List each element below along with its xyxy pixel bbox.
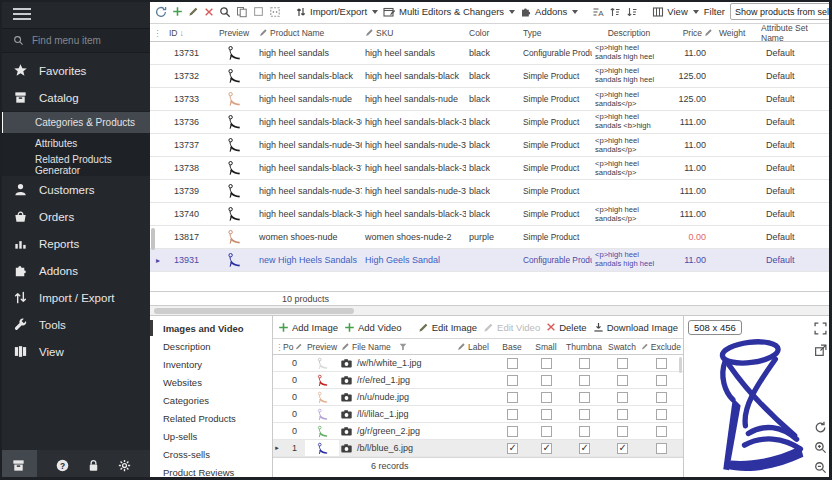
image-row[interactable]: 0/r/e/red_1.jpg — [273, 372, 683, 389]
checkbox[interactable] — [541, 409, 552, 420]
column-header-sku[interactable]: SKU — [362, 24, 466, 41]
add-product-button[interactable] — [172, 6, 183, 17]
column-header-price[interactable]: Price — [666, 24, 716, 41]
image-row[interactable]: 0/g/r/green_2.jpg — [273, 423, 683, 440]
sidebar-item-categories-products[interactable]: Categories & Products — [0, 112, 150, 133]
checkbox[interactable] — [507, 443, 518, 454]
tab-inventory[interactable]: Inventory — [150, 355, 272, 373]
sidebar-item-attributes[interactable]: Attributes — [0, 133, 150, 154]
edit-image-button[interactable]: Edit Image — [418, 322, 477, 333]
gear-icon[interactable] — [117, 458, 132, 473]
column-header-attribute-set[interactable]: Attribute Set Name — [758, 24, 832, 41]
sort-ascending-button[interactable] — [609, 6, 621, 18]
help-icon[interactable]: ? — [55, 458, 70, 473]
checkbox[interactable] — [656, 375, 667, 386]
tab-related-products[interactable]: Related Products — [150, 409, 272, 427]
tab-description[interactable]: Description — [150, 337, 272, 355]
checkbox[interactable] — [507, 392, 518, 403]
table-row[interactable]: 13738high heel sandals-black-37high heel… — [150, 157, 832, 180]
lock-icon[interactable] — [86, 458, 101, 473]
checkbox[interactable] — [579, 392, 590, 403]
checkbox[interactable] — [656, 392, 667, 403]
table-row[interactable]: 13739high heel sandals-nude-37high heel … — [150, 180, 832, 203]
sidebar-item-tools[interactable]: Tools — [0, 311, 150, 338]
checkbox[interactable] — [507, 375, 518, 386]
table-row[interactable]: ▸13931new High Heels SandalsHigh Geels S… — [150, 249, 832, 272]
column-header-exclude[interactable]: Exclude — [639, 342, 683, 352]
tab-categories[interactable]: Categories — [150, 391, 272, 409]
sidebar-item-import-export[interactable]: Import / Export — [0, 284, 150, 311]
checkbox[interactable] — [579, 426, 590, 437]
sidebar-item-catalog[interactable]: Catalog — [0, 84, 150, 111]
image-row[interactable]: 0/w/h/white_1.jpg — [273, 355, 683, 372]
checkbox[interactable] — [656, 443, 667, 454]
tab-images-and-video[interactable]: Images and Video — [150, 319, 272, 337]
sidebar-item-view[interactable]: View — [0, 338, 150, 365]
edit-product-button[interactable] — [188, 6, 199, 17]
sidebar-item-customers[interactable]: Customers — [0, 176, 150, 203]
refresh-button[interactable] — [155, 6, 167, 18]
checkbox[interactable] — [656, 426, 667, 437]
checkbox[interactable] — [617, 358, 628, 369]
addons-menu[interactable]: Addons — [520, 6, 578, 18]
paste-special-button[interactable] — [269, 6, 281, 18]
images-scrollbar-thumb[interactable] — [679, 357, 682, 373]
delete-button[interactable]: Delete — [546, 322, 586, 333]
sidebar-item-reports[interactable]: Reports — [0, 230, 150, 257]
column-header-product-name[interactable]: Product Name — [256, 24, 362, 41]
column-header-preview[interactable]: Preview — [305, 342, 339, 352]
tab-product-reviews[interactable]: Product Reviews — [150, 463, 272, 480]
select-button[interactable] — [253, 6, 264, 17]
copy-button[interactable] — [236, 6, 248, 18]
sidebar-search[interactable] — [0, 28, 150, 53]
checkbox[interactable] — [507, 409, 518, 420]
sort-descending-button[interactable] — [626, 6, 638, 18]
checkbox[interactable] — [507, 426, 518, 437]
zoom-out-icon[interactable] — [814, 461, 827, 474]
column-header-type[interactable]: Type — [520, 24, 592, 41]
vertical-scrollbar-thumb[interactable] — [151, 228, 155, 250]
table-row[interactable]: 13740high heel sandals-black-38high heel… — [150, 203, 832, 226]
checkbox[interactable] — [579, 358, 590, 369]
column-header-small[interactable]: Small — [529, 342, 563, 352]
download-image-button[interactable]: Download Image — [593, 322, 678, 333]
add-image-button[interactable]: Add Image — [278, 322, 338, 333]
checkbox[interactable] — [507, 358, 518, 369]
image-row[interactable]: 0/n/u/nude.jpg — [273, 389, 683, 406]
checkbox[interactable] — [541, 358, 552, 369]
column-header-description[interactable]: Description — [592, 24, 666, 41]
checkbox[interactable] — [617, 443, 628, 454]
checkbox[interactable] — [617, 426, 628, 437]
column-header-id[interactable]: ID↓ — [166, 24, 212, 41]
active-module-tile[interactable] — [0, 450, 37, 480]
checkbox[interactable] — [579, 443, 590, 454]
add-video-button[interactable]: Add Video — [344, 322, 402, 333]
checkbox[interactable] — [541, 392, 552, 403]
column-header-label[interactable]: Label — [455, 342, 495, 352]
checkbox[interactable] — [656, 358, 667, 369]
checkbox[interactable] — [656, 409, 667, 420]
search-button[interactable] — [219, 6, 231, 18]
sidebar-item-addons[interactable]: Addons — [0, 257, 150, 284]
tab-cross-sells[interactable]: Cross-sells — [150, 445, 272, 463]
sidebar-item-orders[interactable]: Orders — [0, 203, 150, 230]
column-header-position[interactable]: Po — [281, 342, 305, 352]
table-row[interactable]: 13732high heel sandals-blackhigh heel sa… — [150, 65, 832, 88]
tab-up-sells[interactable]: Up-sells — [150, 427, 272, 445]
import-export-menu[interactable]: Import/Export — [295, 6, 378, 18]
horizontal-scrollbar-thumb[interactable] — [154, 308, 354, 314]
zoom-in-icon[interactable] — [814, 441, 827, 454]
sort-alpha-button[interactable]: A — [592, 6, 604, 18]
checkbox[interactable] — [541, 426, 552, 437]
table-row[interactable]: 13731high heel sandalshigh heel sandalsb… — [150, 42, 832, 65]
checkbox[interactable] — [617, 409, 628, 420]
open-external-icon[interactable] — [814, 344, 827, 357]
checkbox[interactable] — [541, 443, 552, 454]
table-row[interactable]: 13737high heel sandals-nude-36high heel … — [150, 134, 832, 157]
checkbox[interactable] — [617, 375, 628, 386]
hamburger-menu-button[interactable] — [0, 0, 150, 28]
checkbox[interactable] — [541, 375, 552, 386]
image-row[interactable]: ▸1/b/l/blue_6.jpg — [273, 440, 683, 457]
column-header-swatch[interactable]: Swatch — [605, 342, 639, 352]
search-input[interactable] — [32, 35, 132, 46]
